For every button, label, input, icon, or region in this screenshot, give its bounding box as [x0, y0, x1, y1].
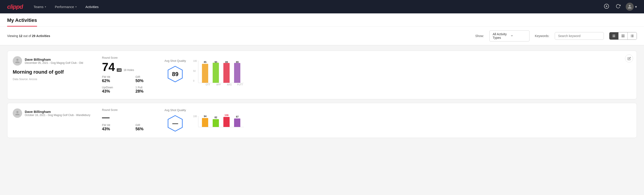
nav-teams[interactable]: Teams ▾ [30, 3, 50, 10]
user-date: December 05, 2021 - Gog Magog Golf Club … [25, 61, 83, 64]
y-label-100: 100 [193, 60, 197, 62]
performance-chevron-icon: ▾ [76, 6, 76, 8]
svg-rect-6 [622, 34, 623, 36]
gir-stat: GIR 50% [136, 76, 164, 83]
svg-rect-10 [631, 35, 632, 35]
card-left: Dave Billingham December 05, 2021 - Gog … [13, 56, 102, 81]
quality-label-2: Avg Shot Quality [164, 108, 186, 112]
svg-rect-11 [632, 35, 634, 35]
bar-value-ott: 85 [204, 61, 206, 63]
user-chevron-icon: ▾ [635, 5, 637, 9]
activity-title: Morning round of golf [13, 69, 102, 75]
x-label-arg: ARG [226, 84, 232, 86]
search-input[interactable] [555, 32, 604, 40]
teams-chevron-icon: ▾ [45, 6, 46, 8]
refresh-icon [616, 4, 620, 10]
card-left-2: Dave Billingham October 16, 2021 - Gog M… [13, 108, 102, 118]
oneputt-stat: 1 Putt 28% [136, 86, 164, 94]
bar2-value-ott: 94 [204, 115, 206, 118]
stat-grid-2: FW Hit 43% GIR 56% [102, 124, 164, 132]
stat-grid: FW Hit 62% GIR 50% Up/Down 43% 1 Putt 28… [102, 76, 164, 94]
score-number: 74 [102, 61, 115, 73]
show-label: Show: [475, 34, 484, 38]
user-date-2: October 16, 2021 - Gog Magog Golf Club -… [25, 114, 90, 117]
svg-rect-5 [612, 36, 615, 37]
quality-label: Avg Shot Quality [164, 59, 186, 62]
add-button[interactable] [602, 3, 610, 11]
bar2-value-app: 82 [214, 116, 217, 119]
navbar: clippd Teams ▾ Performance ▾ Activities [0, 0, 644, 14]
x-label-app: APP [216, 84, 222, 86]
bar2-value-putt: 87 [236, 115, 238, 118]
card-quality: Avg Shot Quality 89 100 50 [164, 56, 631, 86]
holes-label: 18 Holes [124, 68, 134, 72]
svg-rect-8 [622, 36, 623, 37]
user-avatar [626, 3, 634, 11]
view-list-compact-button[interactable] [610, 32, 618, 40]
score-number-2: — [102, 113, 110, 121]
y-label-50: 50 [193, 70, 197, 72]
user-name: Dave Billingham [25, 58, 83, 61]
round-score-display-2: — [102, 113, 164, 121]
navbar-actions: ▾ [602, 3, 637, 11]
refresh-button[interactable] [614, 3, 622, 11]
svg-rect-12 [631, 36, 632, 36]
viewing-count-text: Viewing 12 out of 29 Activities [7, 34, 50, 38]
activity-card-2: Dave Billingham October 16, 2021 - Gog M… [7, 103, 637, 138]
filter-bar: Viewing 12 out of 29 Activities Show: Al… [0, 27, 644, 45]
user-name-2: Dave Billingham [25, 110, 90, 114]
user-row-2: Dave Billingham October 16, 2021 - Gog M… [13, 108, 102, 118]
svg-rect-7 [623, 34, 624, 36]
view-list-detail-button[interactable] [628, 32, 637, 40]
hexagon: 89 [166, 65, 184, 83]
card-stats: Round Score 74 +4 18 Holes FW Hit 62% GI… [102, 56, 164, 94]
nav-activities[interactable]: Activities [82, 3, 102, 10]
search-wrapper [555, 32, 604, 40]
hexagon-value-2: — [172, 120, 178, 127]
x-label-putt: PUTT [237, 84, 243, 86]
svg-rect-3 [612, 35, 615, 35]
nav-links: Teams ▾ Performance ▾ Activities [30, 3, 595, 10]
updown-stat: Up/Down 43% [102, 86, 131, 94]
viewing-total: 29 [32, 34, 36, 38]
bar-chart-container: 100 50 0 85 [193, 56, 631, 86]
svg-rect-14 [631, 36, 632, 37]
bar-chart-container-2: 100 94 82 106 [193, 114, 631, 127]
dropdown-chevron-icon [510, 34, 526, 38]
quality-section: Avg Shot Quality 89 [164, 59, 186, 83]
user-row: Dave Billingham December 05, 2021 - Gog … [13, 56, 102, 66]
view-grid-button[interactable] [618, 32, 628, 40]
activity-type-dropdown[interactable]: All Activity Types [489, 30, 530, 42]
bar2-value-arg: 106 [224, 114, 228, 116]
y-label-0: 0 [193, 80, 197, 82]
hexagon-value: 89 [172, 71, 178, 78]
fw-hit-stat: FW Hit 62% [102, 76, 131, 83]
user-menu[interactable]: ▾ [626, 3, 637, 11]
main-content: Dave Billingham December 05, 2021 - Gog … [0, 45, 644, 143]
round-score-label: Round Score [102, 56, 164, 59]
svg-rect-15 [632, 36, 634, 37]
add-icon [604, 4, 609, 10]
data-source: Data Source: Arccos [13, 78, 102, 81]
activity-card: Dave Billingham December 05, 2021 - Gog … [7, 51, 637, 99]
view-toggle-group [609, 32, 637, 40]
viewing-current: 12 [19, 34, 22, 38]
score-badge: +4 [117, 68, 122, 72]
avatar [13, 56, 22, 66]
page-title: My Activities [7, 14, 37, 26]
page-header: My Activities [0, 14, 644, 27]
svg-rect-9 [623, 36, 624, 37]
svg-rect-4 [612, 36, 615, 36]
round-score-label-2: Round Score [102, 108, 164, 112]
card-stats-2: Round Score — FW Hit 43% GIR 56% [102, 108, 164, 132]
avatar-2 [13, 108, 22, 118]
x-label-ott: OTT [205, 84, 211, 86]
app-logo[interactable]: clippd [7, 3, 23, 10]
hexagon-wrapper: 89 [164, 65, 186, 83]
card-quality-2: Avg Shot Quality — 100 [164, 108, 631, 132]
round-score-display: 74 +4 18 Holes [102, 61, 164, 73]
svg-rect-13 [632, 36, 634, 36]
nav-performance[interactable]: Performance ▾ [51, 3, 80, 10]
keywords-label: Keywords: [535, 34, 550, 38]
